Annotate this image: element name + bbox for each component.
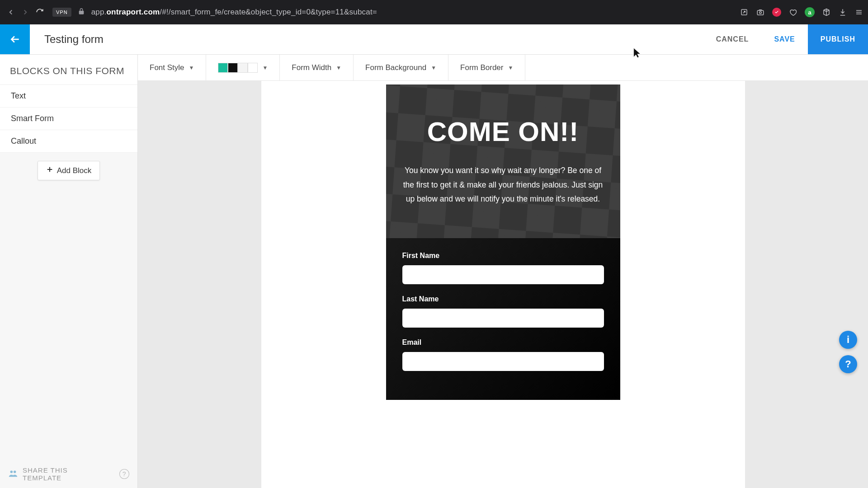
sidebar: BLOCKS ON THIS FORM Text Smart Form Call… [0,55,138,488]
publish-button[interactable]: PUBLISH [808,24,868,54]
address-bar[interactable]: app.ontraport.com/#!/smart_form_fe/creat… [91,8,733,17]
extension-badge-icon[interactable] [772,8,781,17]
last-name-label: Last Name [402,295,604,303]
reload-icon[interactable] [33,6,46,19]
toolbar: Font Style ▼ ▼ Form Width ▼ [138,55,868,81]
form-background-label: Form Background [365,63,426,72]
plus-icon [46,166,53,175]
color-swatches [218,63,258,73]
form-fields-section: First Name Last Name Email [386,238,620,400]
form-width-dropdown[interactable]: Form Width ▼ [280,55,354,80]
form-preview[interactable]: COME ON!! You know you want it so why wa… [386,84,620,488]
forward-icon[interactable] [19,6,32,19]
canvas[interactable]: COME ON!! You know you want it so why wa… [138,81,868,488]
sidebar-block-callout[interactable]: Callout [0,130,137,153]
svg-marker-3 [775,11,778,14]
app-header: Testing form CANCEL SAVE PUBLISH [0,24,868,54]
url-path: /#!/smart_form_fe/create&object_type_id=… [160,8,377,16]
url-host: ontraport.com [107,8,160,16]
sidebar-heading: BLOCKS ON THIS FORM [0,55,137,85]
camera-icon[interactable] [756,8,765,17]
last-name-input[interactable] [402,309,604,328]
first-name-label: First Name [402,252,604,260]
add-block-label: Add Block [57,166,92,175]
color-dropdown[interactable]: ▼ [206,55,280,80]
share-template-button[interactable]: SHARE THIS TEMPLATE ? [0,460,137,488]
page: COME ON!! You know you want it so why wa… [261,81,745,488]
sidebar-block-text[interactable]: Text [0,85,137,108]
heart-icon[interactable] [788,8,797,17]
font-style-label: Font Style [150,63,184,72]
chevron-down-icon: ▼ [336,65,341,71]
browser-chrome: VPN app.ontraport.com/#!/smart_form_fe/c… [0,0,868,24]
info-bubble[interactable]: i [839,331,857,349]
box-icon[interactable] [822,8,831,17]
form-border-label: Form Border [460,63,503,72]
hero-body: You know you want it so why wait any lon… [399,164,608,206]
download-icon[interactable] [838,8,847,17]
form-width-label: Form Width [292,63,331,72]
menu-icon[interactable] [854,8,863,17]
add-block-button[interactable]: Add Block [38,161,100,180]
swatch-teal [218,63,228,73]
help-icon[interactable]: ? [119,469,129,479]
hero-section: COME ON!! You know you want it so why wa… [386,84,620,238]
page-title: Testing form [30,33,703,46]
sidebar-block-smart-form[interactable]: Smart Form [0,108,137,130]
svg-point-11 [14,470,16,473]
share-icon[interactable] [740,8,749,17]
chevron-down-icon: ▼ [189,65,194,71]
email-label: Email [402,338,604,347]
first-name-input[interactable] [402,265,604,284]
swatch-black [228,63,238,73]
chevron-down-icon: ▼ [431,65,436,71]
chevron-down-icon: ▼ [262,65,268,71]
chevron-down-icon: ▼ [508,65,514,71]
font-style-dropdown[interactable]: Font Style ▼ [138,55,206,80]
email-input[interactable] [402,352,604,371]
form-border-dropdown[interactable]: Form Border ▼ [448,55,525,80]
form-background-dropdown[interactable]: Form Background ▼ [354,55,448,80]
profile-avatar[interactable]: a [805,7,815,17]
help-bubble[interactable]: ? [839,355,857,373]
people-icon [8,469,18,480]
app-back-button[interactable] [0,24,30,54]
swatch-white [248,63,258,73]
swatch-light [238,63,248,73]
cancel-button[interactable]: CANCEL [703,35,762,43]
vpn-badge[interactable]: VPN [52,8,71,17]
share-label: SHARE THIS TEMPLATE [23,466,107,482]
save-button[interactable]: SAVE [761,35,807,43]
back-icon[interactable] [5,6,17,19]
lock-icon [78,8,85,17]
svg-point-10 [10,470,13,473]
svg-rect-1 [757,10,764,15]
svg-point-2 [760,12,762,14]
hero-heading: COME ON!! [399,116,608,147]
url-prefix: app. [91,8,107,16]
